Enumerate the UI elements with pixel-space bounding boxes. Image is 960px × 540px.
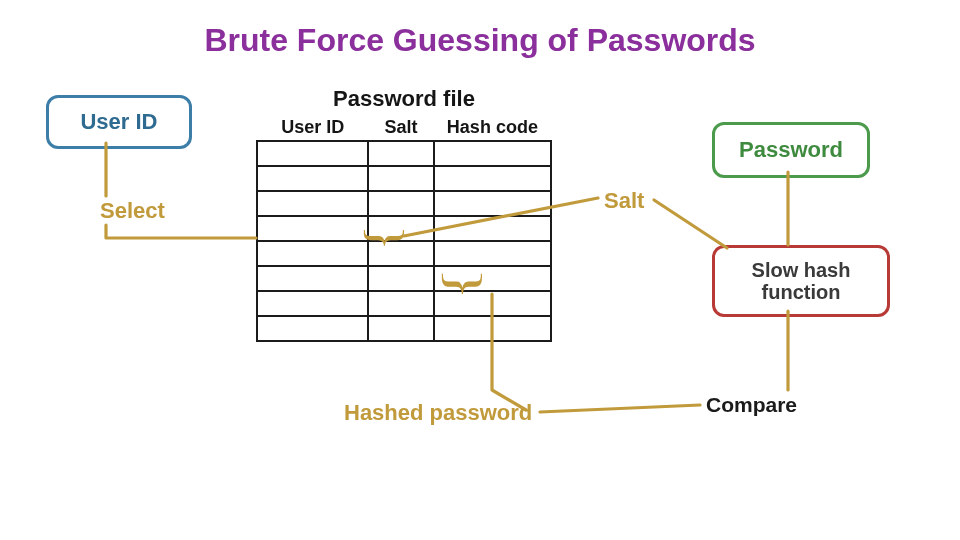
slow-hash-box: Slow hash function (712, 245, 890, 317)
table-row (257, 166, 551, 191)
password-box: Password (712, 122, 870, 178)
wire-select-to-table (106, 225, 256, 238)
wire-hashed-to-compare (540, 405, 700, 412)
compare-label: Compare (706, 393, 797, 417)
brace-salt-icon: } (362, 225, 410, 250)
col-salt: Salt (368, 116, 433, 141)
table-row (257, 191, 551, 216)
select-label: Select (100, 198, 165, 224)
user-id-label: User ID (80, 109, 157, 135)
password-file-caption: Password file (256, 86, 552, 112)
table-row (257, 141, 551, 166)
salt-label: Salt (604, 188, 644, 214)
user-id-box: User ID (46, 95, 192, 149)
slow-hash-line2: function (762, 281, 841, 303)
page-title: Brute Force Guessing of Passwords (0, 22, 960, 59)
table-row (257, 266, 551, 291)
password-label: Password (739, 137, 843, 163)
brace-hash-icon: } (440, 268, 488, 300)
diagram-stage: Brute Force Guessing of Passwords User I… (0, 0, 960, 540)
col-user-id: User ID (257, 116, 368, 141)
col-hash-code: Hash code (434, 116, 551, 141)
wire-salt-to-hash (654, 200, 727, 248)
table-row (257, 291, 551, 316)
table-row (257, 316, 551, 341)
slow-hash-line1: Slow hash (752, 259, 851, 281)
hashed-password-label: Hashed password (344, 400, 532, 426)
password-file: Password file User ID Salt Hash code (256, 86, 552, 342)
